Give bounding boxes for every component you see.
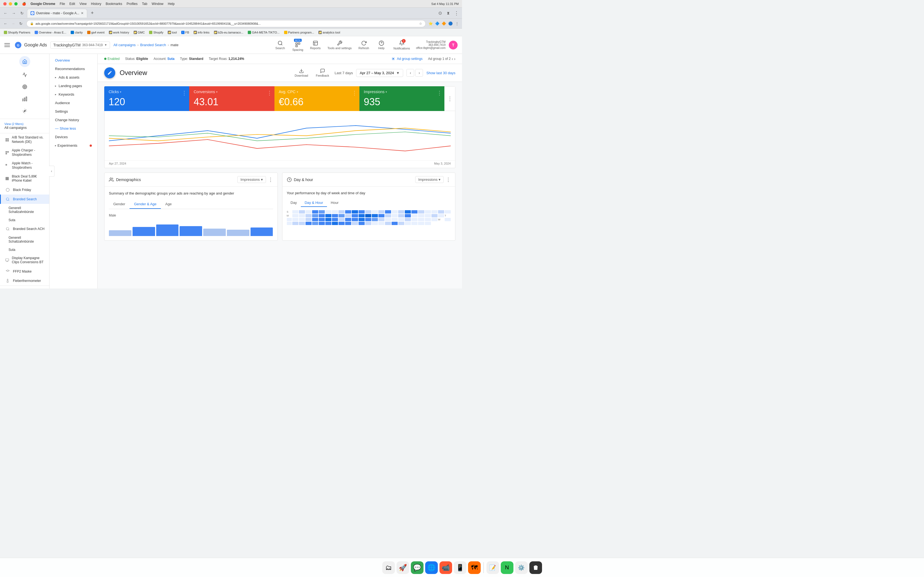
spacing-nav-button[interactable]: BETA Spacing [289, 37, 306, 53]
day-hour-tab-hour[interactable]: Hour [327, 199, 342, 207]
search-nav-button[interactable]: Search [272, 39, 289, 52]
menu-history[interactable]: History [91, 2, 101, 6]
chrome-profile-btn[interactable]: ⊙ [437, 10, 443, 16]
refresh-nav-button[interactable]: Refresh [355, 39, 372, 52]
bookmark-work-history[interactable]: 📁 work history [107, 30, 131, 35]
sidebar-home-icon[interactable] [19, 56, 30, 67]
sub-nav-settings[interactable]: Settings [50, 107, 97, 116]
new-tab-button[interactable]: + [89, 10, 95, 16]
back-button[interactable]: ← [2, 10, 9, 16]
sub-nav-overview[interactable]: Overview [50, 56, 97, 64]
sidebar-item-generell[interactable]: Generell Schallzahnbürste [0, 204, 49, 216]
notifications-nav-button[interactable]: 1 Notifications [391, 39, 413, 52]
sidebar-item-display[interactable]: Display Kampagne Clips Conversions BT [0, 254, 49, 267]
menu-view[interactable]: View [79, 2, 87, 6]
bookmark-gmc[interactable]: 📁 GMC [132, 30, 147, 35]
reports-nav-button[interactable]: Reports [307, 39, 324, 52]
sidebar-item-black-friday[interactable]: Black Friday [0, 185, 49, 195]
mac-close-btn[interactable] [3, 2, 6, 5]
menu-apple[interactable]: 🍎 [22, 2, 26, 6]
conversions-metric-card[interactable]: Conversions ▾ 43.01 ⋮ [189, 86, 274, 111]
url-back[interactable]: ← [2, 20, 9, 27]
sidebar-campaigns-icon[interactable] [19, 69, 30, 80]
impressions-metric-card[interactable]: Impressions ▾ 935 ⋮ [359, 86, 444, 111]
sub-nav-show-less[interactable]: — Show less [50, 124, 97, 133]
date-next-button[interactable]: › [415, 69, 423, 77]
chrome-ext-3[interactable]: 🔵 [448, 21, 453, 26]
sidebar-item-ffp2[interactable]: FFP2 Maske [0, 267, 49, 276]
sub-nav-change-history[interactable]: Change history [50, 116, 97, 124]
edit-fab-button[interactable] [104, 67, 115, 78]
ad-group-settings-button[interactable]: Ad group settings [391, 57, 422, 61]
sidebar-item-branded-search-ach[interactable]: Branded Search ACH [0, 224, 49, 234]
ad-group-prev-button[interactable]: ‹ [452, 56, 453, 61]
chrome-tab[interactable]: Overview - mate - Google A... ✕ [27, 9, 87, 18]
demo-bar-5[interactable] [203, 229, 226, 236]
hamburger-menu[interactable] [5, 42, 11, 48]
demo-bar-3[interactable] [156, 224, 179, 236]
feedback-main-button[interactable]: Feedback [313, 67, 331, 78]
download-button[interactable]: Download [292, 67, 310, 78]
bookmark-info-links[interactable]: 📁 info links [192, 30, 211, 35]
gads-account-selector[interactable]: TrackingbyGTM 363-944-7419 ▼ [50, 42, 110, 48]
day-hour-filter[interactable]: Impressions ▾ [415, 176, 444, 183]
url-reload[interactable]: ↻ [18, 20, 24, 27]
sub-nav-audience[interactable]: Audience [50, 98, 97, 107]
forward-button[interactable]: → [10, 10, 17, 16]
menu-file[interactable]: File [60, 2, 65, 6]
sidebar-item-ab-test[interactable]: A/B Test Standard vs. Network (DE) [0, 133, 49, 146]
bookmark-analytics[interactable]: 📁 analytics tool [317, 30, 342, 35]
chrome-extensions-btn[interactable]: ⧗ [445, 10, 452, 16]
demo-bar-2[interactable] [132, 227, 155, 236]
bookmark-ga4[interactable]: ga4 event [86, 30, 106, 35]
sidebar-item-suta-2[interactable]: Suta [0, 246, 49, 254]
sub-nav-landing-pages[interactable]: ▸ Landing pages [50, 82, 97, 90]
reload-button[interactable]: ↻ [19, 10, 25, 16]
sidebar-insights-icon[interactable] [19, 93, 30, 105]
chrome-menu-btn[interactable]: ⋮ [453, 10, 460, 16]
day-hour-more-button[interactable]: ⋮ [446, 177, 451, 182]
menu-tab[interactable]: Tab [142, 2, 147, 6]
menu-profiles[interactable]: Profiles [126, 2, 137, 6]
sub-nav-keywords[interactable]: ▸ Keywords [50, 90, 97, 98]
menu-bookmarks[interactable]: Bookmarks [106, 2, 122, 6]
sub-nav-recommendations[interactable]: Recommendations [50, 64, 97, 73]
url-input[interactable]: 🔒 ads.google.com/aw/overview?campaignId=… [26, 20, 426, 27]
bookmark-ga4-meta[interactable]: GA4-META-TIKTO... [246, 30, 281, 35]
bookmark-tool[interactable]: 📁 tool [166, 30, 178, 35]
tab-close-button[interactable]: ✕ [81, 11, 84, 15]
sub-nav-experiments[interactable]: ▸ Experiments [50, 141, 97, 150]
sidebar-item-apple-charger[interactable]: Apple Charger - Shopbrothers [0, 146, 49, 159]
bookmark-shopify[interactable]: Shopify [147, 30, 165, 35]
sidebar-item-generell-2[interactable]: Generell Schallzahnbürste [0, 234, 49, 246]
avg-cpc-metric-card[interactable]: Avg. CPC ▾ €0.66 ⋮ [275, 86, 359, 111]
demographics-tab-gender-age[interactable]: Gender & Age [129, 200, 161, 209]
demo-bar-4[interactable] [179, 226, 202, 236]
sidebar-item-suta[interactable]: Suta [0, 216, 49, 224]
clicks-more-icon[interactable]: ⋮ [181, 90, 187, 96]
sidebar-tools-icon[interactable] [19, 105, 30, 116]
mac-max-btn[interactable] [14, 2, 18, 5]
profile-avatar[interactable]: T [449, 41, 457, 50]
breadcrumb-all-campaigns[interactable]: All campaigns [113, 43, 136, 47]
mac-min-btn[interactable] [9, 2, 12, 5]
sidebar-item-fieber[interactable]: Fieberthermometer [0, 276, 49, 285]
bookmark-overview[interactable]: Overview - Anas E... [33, 30, 68, 35]
bookmark-star[interactable]: ⭐ [428, 21, 433, 26]
menu-chrome[interactable]: Google Chrome [31, 2, 55, 6]
bookmark-fb[interactable]: f FB [179, 30, 191, 35]
tools-nav-button[interactable]: Tools and settings [325, 39, 354, 52]
date-picker[interactable]: Apr 27 – May 3, 2024 ▼ [356, 69, 403, 77]
url-forward[interactable]: → [10, 20, 16, 27]
bookmark-shopify-partners[interactable]: Shopify Partners [2, 30, 32, 35]
demo-bar-6[interactable] [227, 230, 249, 236]
ad-group-next-button[interactable]: › [454, 56, 456, 61]
demographics-filter[interactable]: Impressions ▾ [237, 176, 266, 183]
breadcrumb-branded-search[interactable]: Branded Search [140, 43, 166, 47]
bookmark-clarity[interactable]: clarity [69, 30, 84, 35]
sidebar-item-black-deal[interactable]: Black Deal 5,89€ iPhone Kabel [0, 172, 49, 185]
sidebar-collapse-button[interactable]: ‹ [49, 166, 55, 177]
show-30-days-button[interactable]: Show last 30 days [426, 71, 456, 75]
chrome-ext-1[interactable]: 🔷 [435, 21, 440, 26]
demographics-tab-age[interactable]: Age [161, 200, 176, 209]
